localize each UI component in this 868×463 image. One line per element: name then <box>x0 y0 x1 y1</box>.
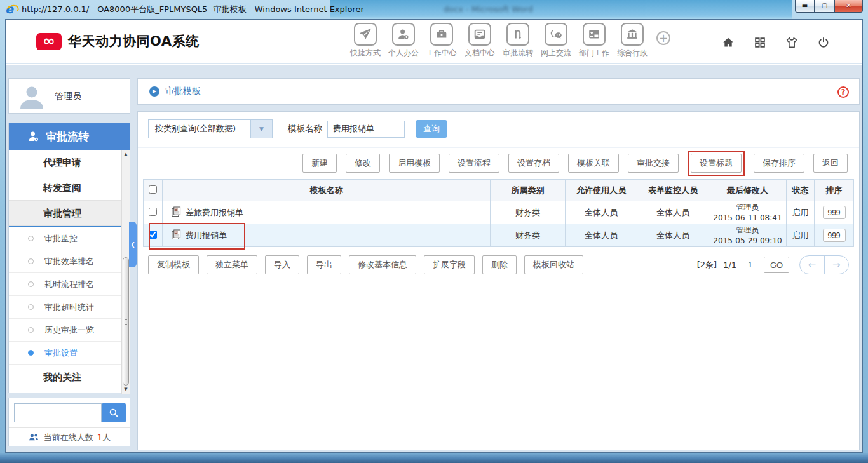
page-input[interactable] <box>743 258 757 272</box>
independent-menu-button[interactable]: 独立菜单 <box>207 255 257 274</box>
sidebar-item-approval-management[interactable]: 审批管理 <box>9 201 121 226</box>
set-flow-button[interactable]: 设置流程 <box>449 154 499 173</box>
power-logout-icon[interactable] <box>817 36 831 52</box>
subitem-label: 审批监控 <box>44 234 78 243</box>
user-name: 管理员 <box>55 91 81 102</box>
pagination: [2条] 1/1 GO ← → <box>697 255 849 274</box>
nav-item-department-work[interactable]: 部门工作 <box>575 23 613 58</box>
modify-button[interactable]: 修改 <box>346 154 380 173</box>
order-input[interactable] <box>823 229 846 242</box>
close-button[interactable]: ✕ <box>834 0 863 13</box>
row-checkbox[interactable] <box>149 231 157 239</box>
go-button[interactable]: GO <box>764 257 789 273</box>
subitem-history-approval-list[interactable]: 历史审批一览 <box>9 319 121 342</box>
sidebar-search-input[interactable] <box>14 403 102 422</box>
scroll-down-icon[interactable]: ▼ <box>122 385 130 394</box>
subitem-approval-overtime-stats[interactable]: 审批超时统计 <box>9 296 121 319</box>
arrows-updown-icon <box>506 23 529 46</box>
approval-management-submenu: 审批监控 审批效率排名 耗时流程排名 审批超时统计 历史审批一览 审批设置 <box>9 226 121 365</box>
nav-item-work-center[interactable]: 工作中心 <box>423 23 461 58</box>
subitem-approval-efficiency-rank[interactable]: 审批效率排名 <box>9 250 121 273</box>
nav-label: 审批流转 <box>499 48 537 58</box>
nav-item-approval-flow[interactable]: 审批流转 <box>499 23 537 58</box>
prev-page-icon[interactable]: ← <box>800 256 824 274</box>
bottom-toolbar: 复制模板 独立菜单 导入 导出 修改基本信息 扩展字段 删除 模板回收站 <box>148 255 583 274</box>
table-row[interactable]: 差旅费用报销单 财务类 全体人员 全体人员 管理员2015-06-11 08:4… <box>144 201 854 224</box>
nav-item-document-center[interactable]: 文档中心 <box>461 23 499 58</box>
sidebar-section-header[interactable]: 审批流转 <box>9 123 130 150</box>
template-name-link[interactable]: 费用报销单 <box>186 231 227 240</box>
add-module-icon[interactable]: + <box>656 31 670 45</box>
table-row-selected[interactable]: 费用报销单 财务类 全体人员 全体人员 管理员2015-05-29 09:10 … <box>144 224 854 247</box>
template-name-link[interactable]: 差旅费用报销单 <box>186 208 243 217</box>
copy-template-button[interactable]: 复制模板 <box>148 255 199 274</box>
sidebar-section-title: 审批流转 <box>46 130 89 144</box>
sidebar-search-panel: 当前在线人数 1人 <box>8 398 130 446</box>
delete-button[interactable]: 删除 <box>482 255 517 274</box>
breadcrumb: 审批模板 <box>165 86 201 97</box>
home-icon[interactable] <box>721 36 735 52</box>
person-gear-icon <box>27 130 41 144</box>
nav-item-personal-office[interactable]: 个人办公 <box>384 23 423 58</box>
header-corner-icons <box>721 36 831 52</box>
sidebar-item-proxy-request[interactable]: 代理申请 <box>9 150 121 175</box>
cell-last-modifier: 管理员2015-06-11 08:41 <box>709 201 787 224</box>
nav-item-shortcuts[interactable]: 快捷方式 <box>346 23 384 58</box>
window-bottom-border <box>0 453 868 463</box>
nav-label: 网上交流 <box>537 48 575 58</box>
nav-item-administration[interactable]: 综合行政 <box>613 23 651 58</box>
page-background: 管理员 审批流转 代理申请 转发查阅 审批管理 审批监控 审批效率排名 <box>6 65 862 452</box>
form-document-icon <box>172 229 181 240</box>
select-all-checkbox[interactable] <box>149 185 157 194</box>
briefcase-icon <box>430 23 453 46</box>
template-relation-button[interactable]: 模板关联 <box>568 154 619 173</box>
chevron-down-icon[interactable]: ▼ <box>250 120 272 138</box>
template-name-input[interactable] <box>327 121 405 138</box>
order-input[interactable] <box>823 206 846 219</box>
approval-handover-button[interactable]: 审批交接 <box>628 154 679 173</box>
minimize-button[interactable]: ▬ <box>795 0 815 13</box>
total-count: [2条] <box>697 259 717 271</box>
scroll-up-icon[interactable]: ▲ <box>122 150 130 159</box>
category-filter-select[interactable]: 按类别查询(全部数据) ▼ <box>148 119 273 138</box>
return-button[interactable]: 返回 <box>813 154 848 173</box>
export-button[interactable]: 导出 <box>307 255 341 274</box>
subitem-approval-settings[interactable]: 审批设置 <box>9 342 121 365</box>
avatar <box>18 83 46 110</box>
set-title-button[interactable]: 设置标题 <box>691 154 742 173</box>
sidebar-search-button[interactable] <box>102 403 126 422</box>
radio-icon <box>28 304 34 310</box>
sidebar-item-my-follow[interactable]: 我的关注 <box>9 365 121 390</box>
save-order-button[interactable]: 保存排序 <box>754 154 804 173</box>
online-label: 当前在线人数 <box>44 432 93 443</box>
nav-item-online-chat[interactable]: 网上交流 <box>537 23 575 58</box>
sidebar-collapse-handle[interactable]: ❮ <box>129 222 137 267</box>
template-recycle-bin-button[interactable]: 模板回收站 <box>524 255 583 274</box>
sidebar-item-forward-review[interactable]: 转发查阅 <box>9 175 121 201</box>
page-nav: ← → <box>799 255 849 274</box>
row-checkbox[interactable] <box>149 208 157 216</box>
modify-basic-info-button[interactable]: 修改基本信息 <box>349 255 416 274</box>
subitem-approval-monitor[interactable]: 审批监控 <box>9 227 121 250</box>
grid-menu-icon[interactable] <box>753 36 767 52</box>
help-icon[interactable]: ? <box>837 86 849 98</box>
window-title: http://127.0.0.1/ - OA8000平台版_FPLMYSQL5-… <box>22 4 364 15</box>
set-archive-button[interactable]: 设置存档 <box>508 154 559 173</box>
query-button[interactable]: 查询 <box>416 120 447 138</box>
scrollbar-thumb[interactable] <box>123 257 129 386</box>
import-button[interactable]: 导入 <box>265 255 299 274</box>
theme-shirt-icon[interactable] <box>785 36 799 52</box>
new-button[interactable]: 新建 <box>302 154 337 173</box>
subitem-time-consuming-rank[interactable]: 耗时流程排名 <box>9 273 121 296</box>
enable-template-button[interactable]: 启用模板 <box>389 154 440 173</box>
next-page-icon[interactable]: → <box>824 256 849 274</box>
background-window-title: docx - Microsoft Word <box>444 4 533 14</box>
subitem-label: 审批效率排名 <box>44 257 94 266</box>
cell-monitor-users: 全体人员 <box>637 201 709 224</box>
maximize-button[interactable]: ▢ <box>815 0 834 13</box>
radio-icon <box>28 327 34 333</box>
sidebar-scrollbar[interactable]: ▲ ▼ <box>121 150 130 394</box>
breadcrumb-arrow-icon: ▶ <box>149 86 159 97</box>
radio-icon <box>28 236 34 241</box>
extend-fields-button[interactable]: 扩展字段 <box>424 255 475 274</box>
